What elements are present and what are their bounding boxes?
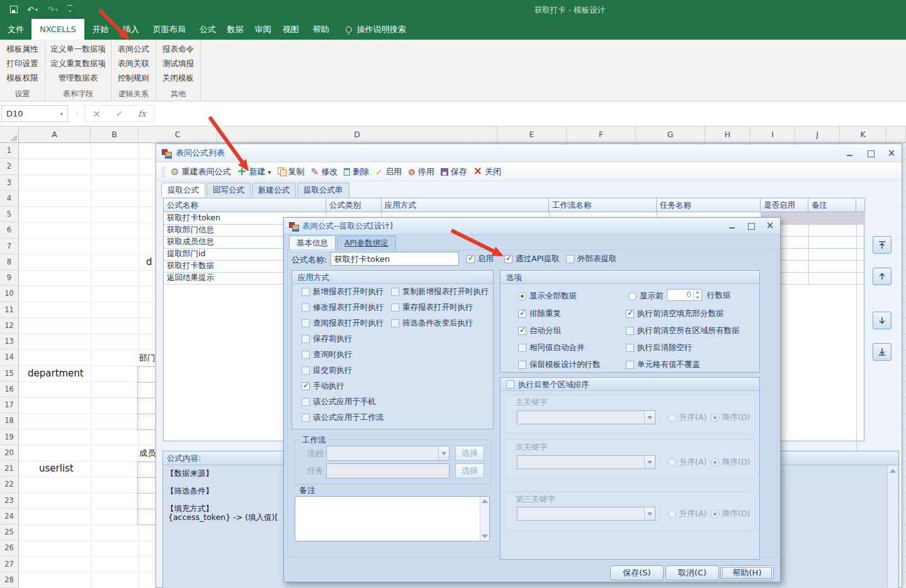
checkbox[interactable] [626, 327, 634, 335]
col-header-task-name[interactable]: 任务名称 [657, 198, 761, 212]
ribbon-button-intertable-link[interactable]: 表间关联 [114, 56, 153, 71]
undo-icon[interactable]: ↶ [27, 6, 34, 14]
col-header-workflow-name[interactable]: 工作流名称 [549, 198, 657, 212]
sort-enable-checkbox[interactable] [506, 380, 514, 388]
descending-radio[interactable] [711, 414, 719, 422]
redo-dropdown-icon[interactable]: ▾ [55, 6, 58, 14]
table-row[interactable]: 提取部门id [167, 248, 205, 260]
ascending-radio[interactable] [668, 510, 676, 518]
column-header-partial[interactable] [886, 127, 906, 143]
move-up-button[interactable] [873, 268, 892, 285]
row-header[interactable]: 26 [0, 540, 18, 556]
new-button[interactable]: 新建 [237, 166, 271, 178]
checkbox[interactable] [518, 361, 526, 369]
task-input[interactable] [326, 463, 450, 478]
col-header-remark[interactable]: 备注 [808, 198, 856, 212]
remark-textarea[interactable] [295, 496, 490, 541]
row-header[interactable]: 22 [0, 477, 18, 492]
select-all-corner[interactable] [0, 127, 19, 143]
ribbon-button-template-properties[interactable]: 模板属性 [3, 42, 42, 56]
tab-insert[interactable]: 插入 [117, 19, 145, 40]
row-header[interactable]: 23 [0, 493, 18, 509]
copy-button[interactable]: 复制 [278, 166, 305, 178]
enter-icon[interactable]: ✓ [116, 109, 123, 118]
col-header-enabled[interactable]: 是否启用 [761, 198, 808, 212]
row-header[interactable]: 19 [0, 429, 18, 445]
checkbox[interactable] [626, 310, 634, 318]
checkbox[interactable] [391, 319, 399, 327]
ribbon-button-manage-tables[interactable]: 管理数据表 [55, 71, 102, 85]
tell-me-search[interactable]: 操作说明搜索 [337, 19, 414, 40]
tab-formulas[interactable]: 公式 [194, 19, 222, 40]
tab-extract-formula[interactable]: 提取公式 [161, 183, 205, 197]
row-header[interactable]: 28 [0, 572, 18, 588]
ribbon-button-intertable-formula[interactable]: 表间公式 [114, 42, 153, 56]
formula-name-input[interactable]: 获取打卡token [331, 252, 459, 266]
help-button[interactable]: 帮助(H) [720, 565, 774, 580]
checkbox[interactable] [302, 398, 310, 406]
row-header[interactable]: 4 [0, 191, 18, 206]
maximize-icon[interactable] [746, 222, 756, 230]
insert-function-icon[interactable]: fx [139, 109, 146, 118]
table-row[interactable]: 获取部门信息 [167, 224, 214, 236]
ribbon-button-control-rules[interactable]: 控制规则 [114, 71, 153, 85]
column-header-b[interactable]: B [91, 127, 139, 143]
redo-icon[interactable]: ↷ [47, 6, 54, 14]
via-api-checkbox[interactable] [504, 255, 512, 263]
tab-nxcells[interactable]: NXCELLS [31, 19, 84, 40]
show-top-radio[interactable] [628, 292, 637, 300]
checkbox[interactable] [302, 366, 310, 375]
primary-key-combo[interactable] [517, 410, 655, 424]
tab-basic-info[interactable]: 基本信息 [289, 235, 336, 251]
column-header-j[interactable]: J [795, 127, 840, 143]
checkbox[interactable] [302, 303, 310, 312]
tab-home[interactable]: 开始 [84, 19, 117, 40]
row-header[interactable]: 5 [0, 206, 18, 222]
ribbon-button-template-permissions[interactable]: 模板权限 [3, 71, 42, 85]
combo-arrow-icon[interactable] [644, 411, 655, 424]
ribbon-button-test-fill[interactable]: 测试填报 [159, 56, 198, 71]
tab-review[interactable]: 审阅 [249, 19, 277, 40]
spinner-value[interactable]: 0 [667, 290, 693, 300]
delete-button[interactable]: 删除 [344, 166, 369, 178]
checkbox[interactable] [302, 351, 310, 359]
checkbox[interactable] [626, 344, 634, 352]
descending-radio[interactable] [711, 510, 719, 518]
enable-button[interactable]: 启用 [375, 166, 402, 178]
tab-file[interactable]: 文件 [0, 19, 31, 40]
column-header-g[interactable]: G [636, 127, 705, 143]
row-header[interactable]: 3 [0, 175, 18, 191]
rebuild-formula-button[interactable]: 重建表间公式 [171, 166, 230, 178]
checkbox[interactable] [626, 361, 634, 369]
spinner-buttons[interactable] [693, 290, 701, 300]
tab-page-layout[interactable]: 页面布局 [145, 19, 194, 40]
table-row[interactable]: 返回结果提示 [167, 272, 214, 284]
row-header[interactable]: 25 [0, 524, 18, 540]
row-header[interactable]: 8 [0, 254, 18, 270]
row-header[interactable]: 12 [0, 318, 18, 334]
row-header[interactable]: 15 [0, 366, 18, 382]
save-button[interactable]: 保存 [441, 166, 467, 178]
checkbox[interactable] [391, 303, 399, 312]
row-header[interactable]: 17 [0, 397, 18, 413]
combo-arrow-icon[interactable] [438, 446, 449, 460]
flow-select-button[interactable]: 选择 [455, 446, 484, 461]
customize-qat-icon[interactable]: ⌄ [67, 5, 72, 14]
save-button[interactable]: 保存(S) [610, 565, 664, 580]
ribbon-button-report-command[interactable]: 报表命令 [159, 42, 198, 56]
col-header-formula-type[interactable]: 公式类别 [326, 198, 382, 212]
modify-button[interactable]: 修改 [311, 166, 338, 178]
row-header[interactable]: 6 [0, 222, 18, 238]
move-down-button[interactable] [873, 312, 892, 329]
checkbox[interactable] [302, 319, 310, 327]
manual-run-checkbox[interactable] [302, 382, 310, 390]
checkbox[interactable] [302, 414, 310, 422]
ribbon-button-close-template[interactable]: 关闭模板 [159, 71, 198, 85]
tab-view[interactable]: 视图 [277, 19, 305, 40]
row-header[interactable]: 11 [0, 302, 18, 318]
row-header[interactable]: 9 [0, 270, 18, 286]
column-header-f[interactable]: F [567, 127, 636, 143]
row-header[interactable]: 14 [0, 349, 18, 365]
save-icon[interactable] [10, 6, 18, 13]
dialog-title-bar[interactable]: 表间公式--提取公式[设计] × [284, 218, 780, 235]
